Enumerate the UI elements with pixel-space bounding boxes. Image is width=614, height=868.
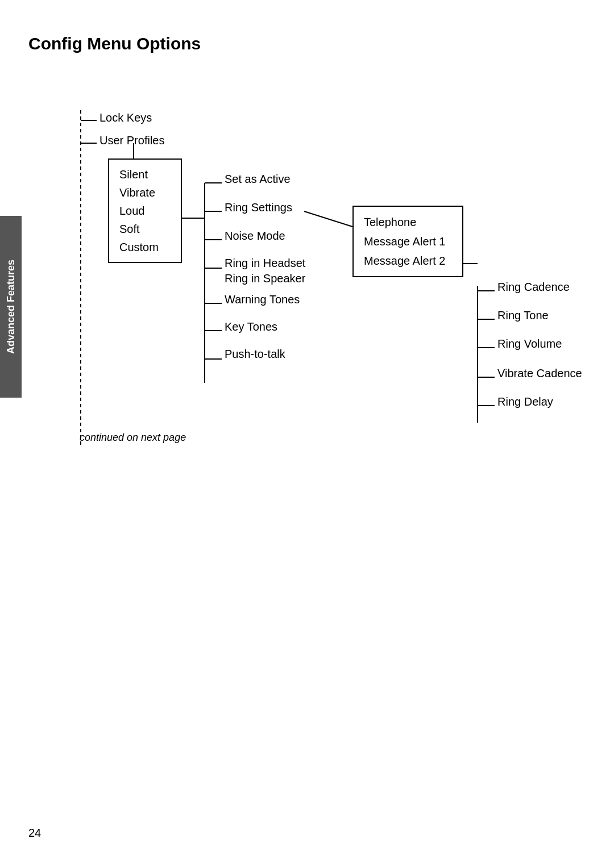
user-profiles: User Profiles	[99, 134, 164, 147]
warning-tones: Warning Tones	[225, 293, 300, 306]
ring-tone: Ring Tone	[497, 309, 549, 322]
profile-custom: Custom	[119, 238, 171, 256]
profile-silent: Silent	[119, 165, 171, 183]
ring-message-alert-1: Message Alert 1	[364, 232, 452, 251]
noise-mode: Noise Mode	[225, 229, 285, 243]
sidebar-label: Advanced Features	[5, 260, 17, 354]
profile-vibrate: Vibrate	[119, 183, 171, 202]
ring-message-alert-2: Message Alert 2	[364, 251, 452, 270]
lock-keys: Lock Keys	[99, 111, 152, 124]
ring-in-speaker: Ring in Speaker	[225, 272, 305, 285]
set-as-active: Set as Active	[225, 173, 291, 186]
key-tones: Key Tones	[225, 320, 277, 333]
ring-volume: Ring Volume	[497, 337, 562, 350]
profile-loud: Loud	[119, 202, 171, 220]
page-container: Advanced Features Config Menu Options	[0, 0, 614, 868]
profiles-box: Silent Vibrate Loud Soft Custom	[108, 158, 182, 263]
ring-cadence: Ring Cadence	[497, 281, 570, 294]
diagram: Lock Keys User Profiles Silent Vibrate L…	[28, 82, 574, 479]
profile-soft: Soft	[119, 220, 171, 238]
ring-in-headset: Ring in Headset	[225, 257, 305, 270]
ring-delay: Ring Delay	[497, 395, 553, 408]
vibrate-cadence: Vibrate Cadence	[497, 367, 582, 380]
page-title: Config Menu Options	[28, 34, 597, 53]
page-number: 24	[28, 827, 41, 840]
push-to-talk: Push-to-talk	[225, 348, 285, 361]
ring-box: Telephone Message Alert 1 Message Alert …	[352, 206, 463, 277]
svg-line-8	[304, 211, 352, 227]
main-content: Config Menu Options	[28, 34, 597, 479]
ring-settings: Ring Settings	[225, 201, 292, 214]
ring-telephone: Telephone	[364, 212, 452, 232]
sidebar-tab: Advanced Features	[0, 216, 22, 398]
continued-text: continued on next page	[80, 432, 186, 444]
